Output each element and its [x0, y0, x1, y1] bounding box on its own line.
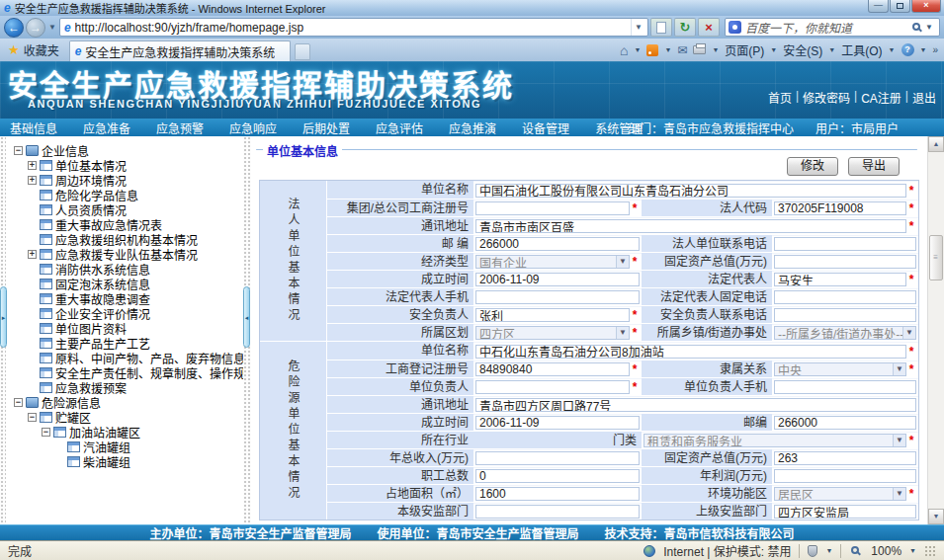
nav-menu-item[interactable]: 应急推演 [449, 120, 496, 136]
field-input[interactable] [475, 219, 906, 233]
field-input[interactable] [774, 290, 916, 304]
nav-menu-item[interactable]: 应急预警 [156, 120, 204, 136]
mail-icon[interactable]: ✉ [677, 43, 687, 57]
scroll-down-icon[interactable]: ▼ [928, 509, 944, 524]
home-dropdown-icon[interactable]: ▼ [634, 46, 641, 53]
tree-item[interactable]: −加油站油罐区 [6, 425, 243, 440]
field-select[interactable]: 四方区▼ [475, 326, 630, 340]
field-input[interactable] [774, 308, 916, 322]
scroll-up-icon[interactable]: ▲ [928, 136, 944, 152]
field-input[interactable] [475, 201, 630, 215]
field-input[interactable] [774, 505, 916, 519]
field-input[interactable] [774, 255, 916, 269]
browser-tab[interactable]: e 安全生产应急救援指挥辅助决策系统 [69, 40, 291, 61]
tree-expander-icon[interactable]: − [28, 413, 37, 422]
field-input[interactable] [475, 308, 630, 322]
nav-menu-item[interactable]: 后期处置 [302, 120, 350, 136]
field-input[interactable] [774, 416, 916, 430]
field-select[interactable]: 租赁和商务服务业▼ [644, 434, 906, 447]
print-dropdown-icon[interactable]: ▼ [712, 46, 719, 53]
search-box[interactable]: ▼ [725, 18, 940, 37]
tree-item[interactable]: 危险化学品信息 [6, 188, 243, 202]
search-icon[interactable] [912, 23, 920, 31]
banner-link[interactable]: 退出 [912, 89, 936, 106]
field-input[interactable] [475, 469, 640, 483]
tree-expander-icon[interactable]: + [28, 161, 37, 170]
nav-menu-item[interactable]: 应急评估 [376, 120, 423, 136]
resize-grip[interactable] [924, 545, 936, 557]
tree-expander-icon[interactable]: + [28, 250, 37, 259]
tree-expander-icon[interactable]: − [14, 146, 23, 155]
field-input[interactable] [475, 416, 640, 430]
nav-menu-item[interactable]: 设备管理 [522, 120, 569, 136]
scrollbar-thumb[interactable]: ≡ [929, 235, 943, 280]
menu-page[interactable]: 页面(P) [725, 41, 764, 58]
close-button[interactable]: × [911, 0, 941, 13]
banner-link[interactable]: CA注册 [861, 89, 901, 106]
stop-button[interactable]: × [698, 18, 720, 37]
forward-button[interactable]: → [26, 18, 45, 38]
field-select[interactable]: 中央▼ [774, 362, 906, 376]
zoom-dropdown-icon[interactable]: ▼ [909, 547, 916, 554]
tree-item[interactable]: 单位图片资料 [6, 321, 243, 336]
tree-item[interactable]: 柴油罐组 [6, 454, 243, 469]
field-input[interactable] [774, 469, 916, 483]
tree-item[interactable]: 消防供水系统信息 [6, 262, 243, 277]
field-input[interactable] [475, 273, 640, 286]
tree-item[interactable]: 重大事故应急情况表 [6, 217, 243, 232]
feed-dropdown-icon[interactable]: ▼ [664, 46, 671, 53]
tree-item[interactable]: 应急救援预案 [6, 380, 243, 395]
field-input[interactable] [774, 237, 916, 251]
field-input[interactable] [774, 451, 916, 465]
field-input[interactable] [475, 237, 640, 251]
splitter-handle[interactable]: ◂ [243, 286, 250, 348]
frame-splitter[interactable]: ◂ [243, 136, 251, 524]
page-dropdown-icon[interactable]: ▼ [770, 46, 777, 53]
address-dropdown-icon[interactable]: ▼ [631, 19, 645, 36]
tree-item[interactable]: 企业安全评价情况 [6, 306, 243, 321]
tree-item[interactable]: 固定泡沫系统信息 [6, 277, 243, 291]
search-input[interactable] [745, 21, 910, 35]
banner-link[interactable]: 首页 [768, 89, 792, 106]
favorites-star-icon[interactable]: ★ [8, 42, 20, 57]
tree-item[interactable]: +周边环境情况 [6, 173, 243, 188]
history-dropdown-icon[interactable]: ▼ [48, 23, 56, 32]
field-input[interactable] [475, 184, 906, 198]
export-button[interactable]: 导出 [848, 157, 900, 176]
feed-icon[interactable] [646, 44, 658, 56]
field-input[interactable] [475, 290, 640, 304]
tree-item[interactable]: +应急救援专业队伍基本情况 [6, 247, 243, 262]
modify-button[interactable]: 修改 [787, 157, 838, 176]
field-input[interactable] [475, 398, 916, 412]
field-input[interactable] [475, 362, 630, 376]
back-button[interactable]: ← [4, 18, 24, 38]
print-icon[interactable] [693, 45, 706, 54]
nav-menu-item[interactable]: 基础信息 [10, 120, 57, 136]
field-input[interactable] [774, 273, 906, 286]
new-tab-button[interactable] [295, 43, 310, 60]
tree-item[interactable]: 主要产品生产工艺 [6, 336, 243, 351]
tree-item[interactable]: 应急救援组织机构基本情况 [6, 232, 243, 247]
field-input[interactable] [774, 380, 916, 394]
url-input[interactable] [75, 21, 631, 35]
tree-item[interactable]: −企业信息 [6, 143, 243, 158]
menu-tools[interactable]: 工具(O) [841, 41, 882, 58]
zoom-level[interactable]: 100% [871, 544, 901, 558]
tree-item[interactable]: 原料、中间产物、产品、废弃物信息 [6, 351, 243, 365]
compatibility-view-button[interactable] [650, 18, 672, 37]
tree-item[interactable]: 重大事故隐患调查 [6, 291, 243, 306]
minimize-button[interactable]: — [868, 0, 889, 13]
field-input[interactable] [475, 487, 640, 501]
security-dropdown-icon[interactable]: ▼ [828, 46, 835, 53]
splitter-handle-left[interactable]: ▸ [0, 286, 7, 348]
more-commands-icon[interactable]: » [932, 44, 938, 55]
tree-item[interactable]: 人员资质情况 [6, 202, 243, 217]
smartscreen-dropdown-icon[interactable]: ▼ [825, 547, 832, 554]
field-select[interactable]: --所属乡镇/街道办事处--▼ [774, 326, 916, 340]
tools-dropdown-icon[interactable]: ▼ [889, 46, 896, 53]
content-scrollbar[interactable]: ▲ ≡ ▼ [927, 136, 944, 524]
nav-menu-item[interactable]: 应急准备 [83, 120, 130, 136]
field-input[interactable] [475, 505, 640, 519]
tree-item[interactable]: −贮罐区 [6, 410, 243, 425]
home-icon[interactable]: ⌂ [620, 43, 628, 57]
